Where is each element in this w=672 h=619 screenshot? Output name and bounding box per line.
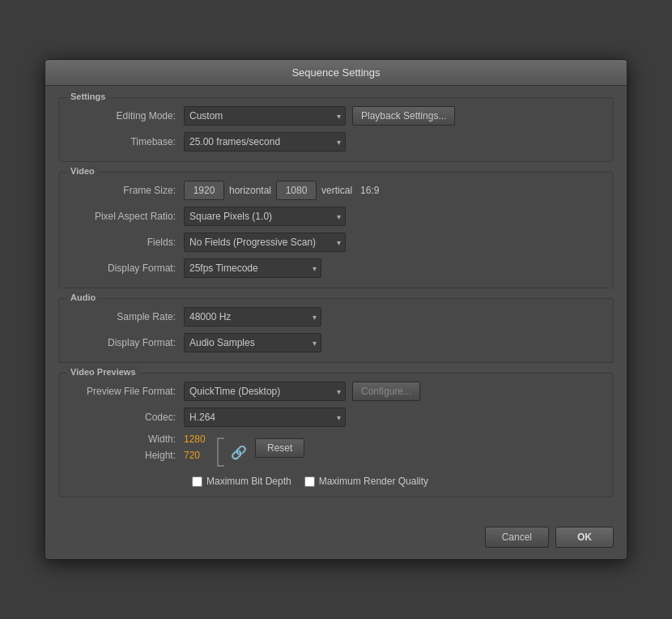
frame-size-vertical-input[interactable] <box>276 181 317 200</box>
frame-size-group: horizontal vertical 16:9 <box>184 181 379 200</box>
dialog-title: Sequence Settings <box>45 60 627 86</box>
preview-file-format-select[interactable]: QuickTime (Desktop) <box>184 382 346 401</box>
audio-section: Audio Sample Rate: 48000 Hz Display Form… <box>58 298 614 363</box>
audio-display-format-label: Display Format: <box>70 337 184 348</box>
pixel-aspect-row: Pixel Aspect Ratio: Square Pixels (1.0) <box>70 207 602 226</box>
sample-rate-select[interactable]: 48000 Hz <box>184 307 321 327</box>
link-bracket-icon <box>213 435 229 469</box>
settings-section: Settings Editing Mode: Custom Playback S… <box>58 97 614 162</box>
checkbox-row: Maximum Bit Depth Maximum Render Quality <box>192 476 602 487</box>
fields-label: Fields: <box>70 237 184 248</box>
settings-section-label: Settings <box>67 92 108 101</box>
pixel-aspect-select-wrapper: Square Pixels (1.0) <box>184 207 346 226</box>
codec-row: Codec: H.264 <box>70 408 602 427</box>
timebase-select[interactable]: 25.00 frames/second <box>184 132 346 152</box>
fields-row: Fields: No Fields (Progressive Scan) <box>70 233 602 252</box>
editing-mode-select[interactable]: Custom <box>184 106 346 126</box>
height-value: 720 <box>184 450 208 461</box>
pixel-aspect-select[interactable]: Square Pixels (1.0) <box>184 207 346 226</box>
timebase-select-wrapper: 25.00 frames/second <box>184 132 346 152</box>
max-render-quality-checkbox-label[interactable]: Maximum Render Quality <box>304 476 428 487</box>
editing-mode-select-wrapper: Custom <box>184 106 346 126</box>
width-height-row: Width: 1280 Height: 720 🔗 Reset <box>70 433 602 469</box>
max-render-quality-checkbox[interactable] <box>304 476 315 487</box>
configure-button[interactable]: Configure... <box>352 382 420 401</box>
frame-size-row: Frame Size: horizontal vertical 16:9 <box>70 181 602 200</box>
codec-select[interactable]: H.264 <box>184 408 346 427</box>
max-bit-depth-checkbox[interactable] <box>192 476 202 487</box>
audio-display-format-select-wrapper: Audio Samples <box>184 333 321 352</box>
horizontal-label: horizontal <box>229 185 271 196</box>
dialog-footer: Cancel OK <box>45 519 627 559</box>
codec-select-wrapper: H.264 <box>184 408 346 427</box>
audio-display-format-row: Display Format: Audio Samples <box>70 333 602 352</box>
video-previews-section-label: Video Previews <box>67 367 139 377</box>
preview-file-format-select-wrapper: QuickTime (Desktop) <box>184 382 346 401</box>
timebase-row: Timebase: 25.00 frames/second <box>70 132 602 152</box>
playback-settings-button[interactable]: Playback Settings... <box>352 106 455 126</box>
video-display-format-select[interactable]: 25fps Timecode <box>184 258 321 278</box>
height-label: Height: <box>70 450 184 461</box>
ok-button[interactable]: OK <box>555 527 614 548</box>
pixel-aspect-label: Pixel Aspect Ratio: <box>70 211 184 222</box>
max-bit-depth-label: Maximum Bit Depth <box>206 476 291 487</box>
frame-size-horizontal-input[interactable] <box>184 181 224 200</box>
fields-select-wrapper: No Fields (Progressive Scan) <box>184 233 346 252</box>
codec-label: Codec: <box>70 412 184 423</box>
link-chain-icon: 🔗 <box>231 445 247 460</box>
video-section: Video Frame Size: horizontal vertical 16… <box>58 172 614 288</box>
video-display-format-label: Display Format: <box>70 263 184 274</box>
sample-rate-label: Sample Rate: <box>70 311 184 322</box>
video-section-label: Video <box>67 166 98 176</box>
sample-rate-row: Sample Rate: 48000 Hz <box>70 307 602 327</box>
max-bit-depth-checkbox-label[interactable]: Maximum Bit Depth <box>192 476 291 487</box>
aspect-ratio-label: 16:9 <box>360 185 379 196</box>
sample-rate-select-wrapper: 48000 Hz <box>184 307 321 327</box>
reset-button[interactable]: Reset <box>255 438 304 458</box>
timebase-label: Timebase: <box>70 136 184 147</box>
editing-mode-label: Editing Mode: <box>70 110 184 122</box>
vertical-label: vertical <box>321 185 352 196</box>
audio-display-format-select[interactable]: Audio Samples <box>184 333 321 352</box>
frame-size-label: Frame Size: <box>70 185 184 196</box>
max-render-quality-label: Maximum Render Quality <box>319 476 428 487</box>
sequence-settings-dialog: Sequence Settings Settings Editing Mode:… <box>45 59 627 560</box>
width-value: 1280 <box>184 433 208 445</box>
preview-file-format-label: Preview File Format: <box>70 386 184 397</box>
fields-select[interactable]: No Fields (Progressive Scan) <box>184 233 346 252</box>
cancel-button[interactable]: Cancel <box>485 527 549 548</box>
editing-mode-row: Editing Mode: Custom Playback Settings..… <box>70 106 602 126</box>
preview-file-format-row: Preview File Format: QuickTime (Desktop)… <box>70 382 602 401</box>
width-label: Width: <box>70 433 184 445</box>
video-display-format-row: Display Format: 25fps Timecode <box>70 258 602 278</box>
audio-section-label: Audio <box>67 292 99 302</box>
dialog-body: Settings Editing Mode: Custom Playback S… <box>45 86 627 519</box>
video-previews-section: Video Previews Preview File Format: Quic… <box>58 373 614 497</box>
video-display-format-select-wrapper: 25fps Timecode <box>184 258 321 278</box>
